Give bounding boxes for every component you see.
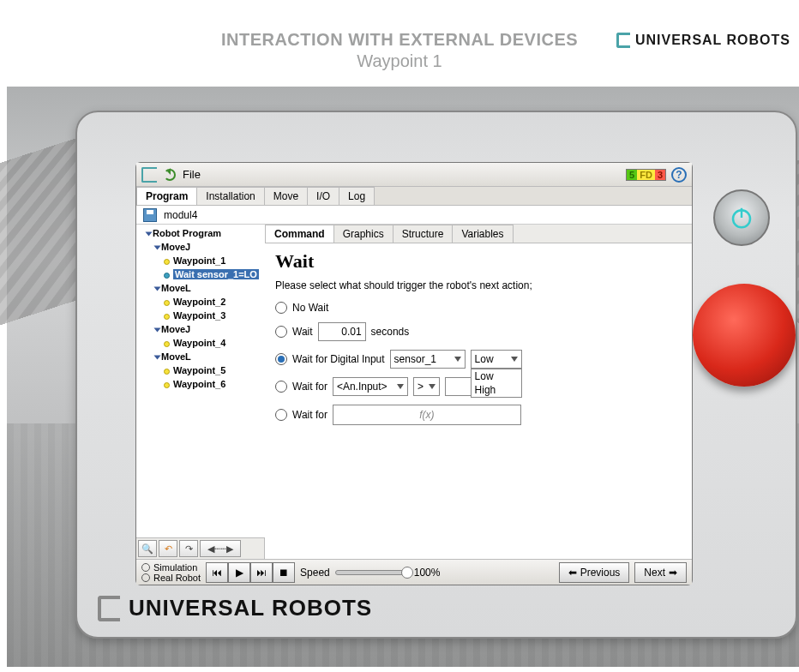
pendant-brand: UNIVERSAL ROBOTS xyxy=(98,595,372,621)
run-mode-group: Simulation Real Robot xyxy=(141,562,201,583)
status-led-red: 3 xyxy=(655,170,665,180)
mode-real-robot[interactable]: Real Robot xyxy=(141,573,201,583)
file-bar: modul4 xyxy=(136,206,692,225)
tab-graphics[interactable]: Graphics xyxy=(333,225,393,243)
tab-variables[interactable]: Variables xyxy=(452,225,513,243)
tree-search-button[interactable]: 🔍 xyxy=(138,540,157,557)
play-button[interactable]: ▶ xyxy=(228,562,250,583)
opt-wait-fx[interactable]: Wait for f(x) xyxy=(275,405,682,425)
ai-op-value: > xyxy=(418,381,424,393)
file-menu[interactable]: File xyxy=(183,168,201,181)
opt-wait-time[interactable]: Wait seconds xyxy=(275,322,682,341)
di-input-select[interactable]: sensor_1 xyxy=(390,350,466,369)
tab-installation[interactable]: Installation xyxy=(196,187,264,205)
emergency-stop-button[interactable] xyxy=(693,284,796,387)
command-panel: Wait Please select what should trigger t… xyxy=(265,243,692,559)
stop-button[interactable]: ⏹ xyxy=(273,562,295,583)
program-filename: modul4 xyxy=(164,209,197,221)
tree-item[interactable]: MoveJWaypoint_4 xyxy=(155,322,263,350)
opt-wait-di-label: Wait for Digital Input xyxy=(292,353,385,365)
tree-item[interactable]: MoveLWaypoint_5Waypoint_6 xyxy=(155,350,263,391)
chevron-down-icon xyxy=(429,384,436,389)
tab-log[interactable]: Log xyxy=(339,187,375,205)
ur-logo-text: UNIVERSAL ROBOTS xyxy=(635,33,790,48)
ur-logo-icon xyxy=(98,596,120,621)
reload-icon[interactable] xyxy=(164,169,176,181)
chevron-down-icon xyxy=(397,384,404,389)
command-title: Wait xyxy=(275,250,682,273)
main-tabs: Program Installation Move I/O Log xyxy=(136,187,692,206)
fx-expression-input[interactable]: f(x) xyxy=(333,405,521,425)
next-button[interactable]: Next ➡ xyxy=(634,562,687,583)
tree-redo-button[interactable]: ↷ xyxy=(179,540,198,557)
save-icon[interactable] xyxy=(143,208,157,222)
opt-no-wait-label: No Wait xyxy=(292,302,328,314)
tree-item[interactable]: Waypoint_2 xyxy=(164,295,263,309)
opt-wait-ai-label: Wait for xyxy=(292,381,327,393)
environment-background: UNIVERSAL ROBOTS File 5 FD 3 ? Program xyxy=(7,87,799,667)
power-button[interactable] xyxy=(713,189,770,246)
ai-op-select[interactable]: > xyxy=(413,377,440,396)
opt-wait-di[interactable]: Wait for Digital Input sensor_1 Low Low … xyxy=(275,350,682,369)
wait-time-suffix: seconds xyxy=(371,326,410,338)
tree-item[interactable]: MoveJWaypoint_1Wait sensor_1=LO xyxy=(155,240,263,281)
di-input-value: sensor_1 xyxy=(394,353,436,365)
tree-undo-button[interactable]: ↶ xyxy=(159,540,177,557)
menu-bar: File 5 FD 3 ? xyxy=(136,163,692,187)
opt-wait-time-label: Wait xyxy=(292,326,313,338)
tree-item[interactable]: Waypoint_5 xyxy=(164,363,263,377)
tab-command[interactable]: Command xyxy=(265,225,334,243)
ai-input-value: <An.Input> xyxy=(337,381,387,393)
tree-toolbar: 🔍 ↶ ↷ ◀┄┄▶ xyxy=(136,537,264,559)
ur-logo: UNIVERSAL ROBOTS xyxy=(616,33,790,48)
tab-io[interactable]: I/O xyxy=(307,187,339,205)
chevron-down-icon xyxy=(454,357,461,362)
tree-item[interactable]: Wait sensor_1=LO xyxy=(164,267,263,281)
mode-simulation[interactable]: Simulation xyxy=(141,562,201,573)
status-led: 5 FD 3 xyxy=(626,169,666,181)
command-prompt: Please select what should trigger the ro… xyxy=(275,279,682,291)
speed-value: 100% xyxy=(414,567,441,579)
help-button[interactable]: ? xyxy=(671,167,687,183)
opt-no-wait[interactable]: No Wait xyxy=(275,302,682,314)
speed-slider[interactable] xyxy=(335,570,409,575)
di-level-value: Low xyxy=(475,353,494,365)
polyscope-window: File 5 FD 3 ? Program Installation Move … xyxy=(135,162,693,585)
tab-structure[interactable]: Structure xyxy=(393,225,454,243)
program-tree[interactable]: Robot Program MoveJWaypoint_1Wait sensor… xyxy=(136,225,265,537)
previous-button[interactable]: ⬅ Previous xyxy=(559,562,630,583)
rewind-button[interactable]: ⏮ xyxy=(206,562,228,583)
tree-item[interactable]: Waypoint_1 xyxy=(164,254,263,267)
teach-pendant: UNIVERSAL ROBOTS File 5 FD 3 ? Program xyxy=(75,111,797,639)
tree-root[interactable]: Robot Program xyxy=(153,228,221,238)
wait-time-input[interactable] xyxy=(318,322,366,341)
tree-item[interactable]: Waypoint_6 xyxy=(164,377,263,391)
di-level-option-low[interactable]: Low xyxy=(472,369,521,383)
sub-tabs: Command Graphics Structure Variables xyxy=(265,225,692,243)
footer-bar: Simulation Real Robot ⏮ ▶ ⏭ ⏹ Speed 100%… xyxy=(136,559,692,585)
step-button[interactable]: ⏭ xyxy=(250,562,273,583)
tree-item[interactable]: Waypoint_4 xyxy=(164,336,263,350)
tab-move[interactable]: Move xyxy=(264,187,308,205)
chevron-down-icon xyxy=(511,357,518,362)
di-level-dropdown[interactable]: Low High xyxy=(471,369,522,398)
ur-logo-icon xyxy=(141,167,157,183)
ur-logo-icon xyxy=(616,33,630,48)
tree-item[interactable]: Waypoint_3 xyxy=(164,309,263,322)
slide-subtitle: Waypoint 1 xyxy=(26,51,773,71)
tree-move-button[interactable]: ◀┄┄▶ xyxy=(200,540,241,557)
speed-label: Speed xyxy=(300,567,330,579)
tab-program[interactable]: Program xyxy=(136,187,197,205)
status-led-green: 5 xyxy=(627,170,637,180)
di-level-select[interactable]: Low Low High xyxy=(471,350,522,369)
di-level-option-high[interactable]: High xyxy=(472,383,521,397)
status-led-yellow: FD xyxy=(637,170,655,180)
tree-item[interactable]: MoveLWaypoint_2Waypoint_3 xyxy=(155,281,263,322)
ai-input-select[interactable]: <An.Input> xyxy=(333,377,408,396)
opt-wait-fx-label: Wait for xyxy=(292,409,327,421)
ur-logo-text: UNIVERSAL ROBOTS xyxy=(129,595,372,621)
